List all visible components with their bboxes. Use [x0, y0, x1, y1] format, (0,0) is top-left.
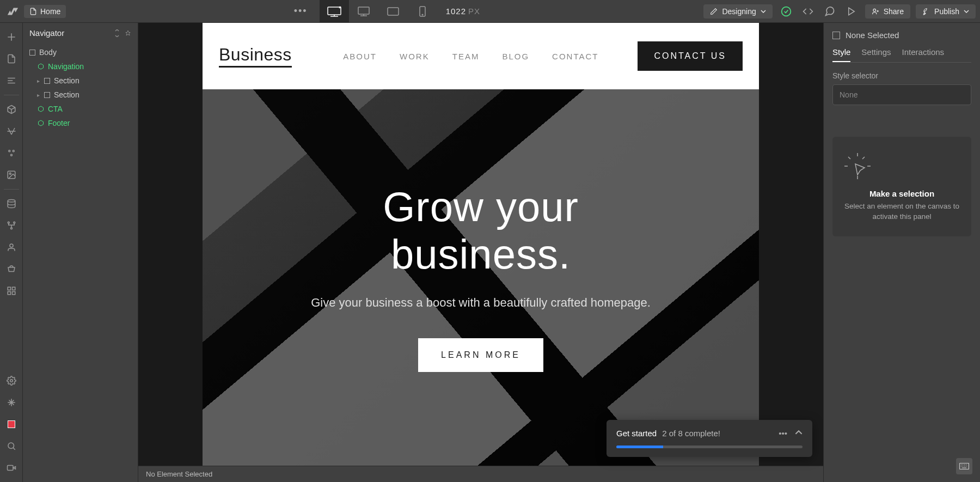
- cursor-select-icon: [842, 151, 961, 181]
- logic-icon[interactable]: [2, 216, 21, 235]
- left-rail: [0, 23, 23, 482]
- variables-icon[interactable]: [2, 121, 21, 141]
- user-plus-icon: [872, 8, 879, 15]
- onboard-progress-text: 2 of 8 complete!: [662, 429, 720, 438]
- caret-icon[interactable]: ▸: [37, 92, 40, 98]
- caret-icon[interactable]: ▸: [37, 78, 40, 84]
- tree-item-cta[interactable]: CTA: [23, 102, 138, 116]
- tab-style[interactable]: Style: [832, 47, 850, 62]
- mode-dropdown[interactable]: Designing: [703, 4, 772, 19]
- share-button[interactable]: Share: [865, 4, 910, 19]
- publish-button[interactable]: Publish: [916, 4, 976, 19]
- tab-settings[interactable]: Settings: [861, 47, 891, 62]
- search-icon[interactable]: [2, 436, 21, 456]
- svg-point-6: [873, 9, 876, 11]
- device-mobile-icon[interactable]: [408, 0, 437, 23]
- pin-icon[interactable]: [125, 29, 131, 37]
- components-icon[interactable]: [2, 100, 21, 119]
- style-manager-icon[interactable]: [2, 143, 21, 163]
- right-panel: None Selected Style Settings Interaction…: [823, 23, 980, 482]
- play-icon[interactable]: [843, 3, 860, 20]
- selection-box-icon: [832, 32, 840, 39]
- nav-link-about[interactable]: ABOUT: [343, 52, 377, 61]
- add-element-icon[interactable]: [2, 27, 21, 47]
- pencil-icon: [710, 8, 718, 15]
- sparkle-icon[interactable]: [2, 393, 21, 412]
- svg-point-5: [781, 7, 791, 16]
- svg-rect-20: [12, 292, 15, 295]
- device-tablet-icon[interactable]: [378, 0, 408, 23]
- nav-link-work[interactable]: WORK: [400, 52, 430, 61]
- svg-point-4: [422, 14, 423, 15]
- top-bar: Home ••• 1022PX Designing: [0, 0, 980, 23]
- svg-point-22: [8, 443, 14, 449]
- chevron-down-icon: [761, 9, 766, 14]
- tree-item-section[interactable]: ▸ Section: [23, 88, 138, 102]
- more-menu-icon[interactable]: •••: [290, 5, 312, 17]
- svg-rect-2: [388, 8, 399, 15]
- tab-interactions[interactable]: Interactions: [902, 47, 945, 62]
- contact-us-button[interactable]: CONTACT US: [638, 41, 743, 71]
- empty-state-subtitle: Select an element on the canvas to activ…: [842, 202, 961, 222]
- viewport-width[interactable]: 1022PX: [446, 7, 480, 16]
- component-icon: [37, 119, 45, 127]
- svg-rect-18: [12, 287, 15, 290]
- nav-link-team[interactable]: TEAM: [452, 52, 480, 61]
- assets-icon[interactable]: [2, 165, 21, 185]
- settings-icon[interactable]: [2, 371, 21, 391]
- svg-point-15: [10, 228, 12, 229]
- tree-item-section[interactable]: ▸ Section: [23, 74, 138, 88]
- component-icon: [37, 63, 45, 70]
- audit-icon[interactable]: [2, 414, 21, 434]
- keyboard-shortcuts-icon[interactable]: [956, 458, 972, 474]
- onboard-progress-fill: [616, 446, 663, 448]
- svg-rect-17: [8, 287, 10, 290]
- pages-icon[interactable]: [2, 49, 21, 69]
- svg-point-21: [10, 380, 13, 382]
- rocket-icon: [922, 8, 930, 15]
- apps-icon[interactable]: [2, 281, 21, 301]
- onboard-title: Get started: [616, 429, 657, 438]
- svg-point-8: [13, 150, 14, 152]
- collapse-toggle-icon[interactable]: [114, 29, 120, 37]
- site-logo[interactable]: Business: [219, 45, 292, 68]
- onboard-collapse-icon[interactable]: [795, 429, 803, 438]
- code-icon[interactable]: [800, 3, 816, 20]
- svg-point-7: [8, 150, 10, 152]
- site-navigation: Business ABOUT WORK TEAM BLOG CONTACT CO…: [203, 23, 759, 89]
- onboarding-toast: Get started 2 of 8 complete! •••: [607, 420, 812, 457]
- ecommerce-icon[interactable]: [2, 259, 21, 279]
- style-selector-input[interactable]: None: [832, 84, 971, 105]
- tree-item-navigation[interactable]: Navigation: [23, 59, 138, 74]
- hero-subheading[interactable]: Give your business a boost with a beauti…: [311, 294, 651, 312]
- empty-state: Make a selection Select an element on th…: [832, 137, 971, 236]
- users-icon[interactable]: [2, 237, 21, 257]
- nav-link-contact[interactable]: CONTACT: [552, 52, 598, 61]
- home-page-button[interactable]: Home: [24, 5, 66, 18]
- canvas-iframe[interactable]: Business ABOUT WORK TEAM BLOG CONTACT CO…: [203, 23, 759, 466]
- svg-point-12: [8, 200, 15, 203]
- style-selector-label: Style selector: [832, 71, 971, 80]
- onboard-progress-bar: [616, 446, 803, 448]
- device-desktop-large-icon[interactable]: [320, 0, 349, 23]
- cms-icon[interactable]: [2, 194, 21, 213]
- navigator-icon[interactable]: [2, 71, 21, 90]
- hero-section[interactable]: Grow yourbusiness. Give your business a …: [203, 89, 759, 466]
- tree-item-footer[interactable]: Footer: [23, 116, 138, 130]
- hero-heading[interactable]: Grow yourbusiness.: [311, 183, 651, 278]
- onboard-more-icon[interactable]: •••: [779, 429, 787, 438]
- right-panel-tabs: Style Settings Interactions: [832, 47, 971, 63]
- chevron-down-icon: [964, 9, 969, 14]
- learn-more-button[interactable]: LEARN MORE: [418, 338, 543, 372]
- svg-point-14: [13, 222, 15, 223]
- nav-link-blog[interactable]: BLOG: [502, 52, 529, 61]
- tree-item-body[interactable]: Body: [23, 45, 138, 59]
- video-icon[interactable]: [2, 458, 21, 478]
- comment-icon[interactable]: [822, 3, 838, 20]
- empty-state-title: Make a selection: [842, 189, 961, 198]
- check-circle-icon[interactable]: [778, 3, 794, 20]
- webflow-logo-icon[interactable]: [4, 3, 21, 20]
- status-bar: No Element Selected: [138, 466, 823, 482]
- svg-rect-19: [8, 292, 10, 295]
- device-desktop-icon[interactable]: [349, 0, 378, 23]
